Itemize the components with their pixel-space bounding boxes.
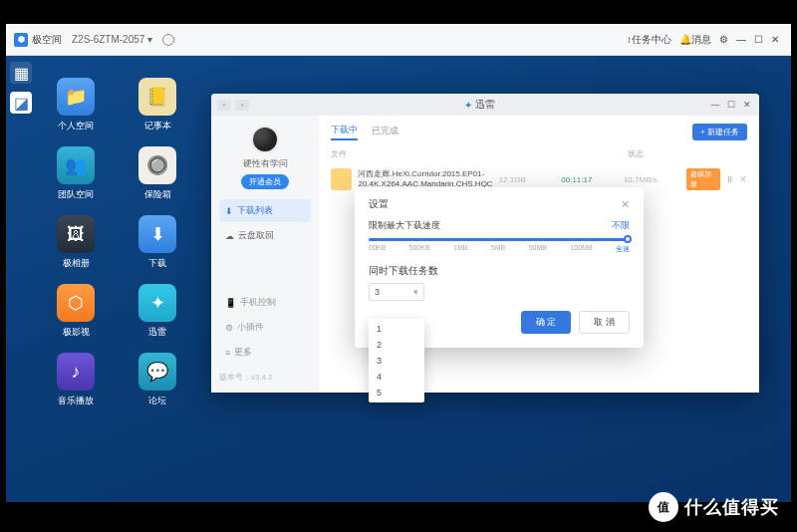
保险箱-icon: 🔘	[138, 146, 176, 184]
cancel-button[interactable]: 取 消	[579, 311, 630, 334]
sidebar-item-more[interactable]: ≡更多	[219, 341, 311, 364]
desktop-grid: 📁个人空间📒记事本👥团队空间🔘保险箱🖼极相册⬇下载⬡极影视✦迅雷♪音乐播放💬论坛	[44, 78, 189, 407]
messages-link[interactable]: 🔔 消息	[679, 33, 711, 47]
tab-downloading[interactable]: 下载中	[331, 124, 358, 140]
icon-label: 极相册	[63, 257, 90, 270]
dropdown-option[interactable]: 4	[369, 369, 424, 385]
os-left-rail: ▦ ◪	[6, 56, 36, 114]
rail-apps-icon[interactable]: ▦	[10, 62, 32, 84]
os-taskbar: ⬢ 极空间 Z2S-6ZTM-2057 ▾ ↕ 任务中心 🔔 消息 ⚙ — ☐ …	[6, 24, 791, 56]
window-close-icon[interactable]: ✕	[741, 99, 753, 111]
accel-chip[interactable]: 超级加速	[686, 168, 721, 190]
window-titlebar: ‹ › ✦ 迅雷 — ☐ ✕	[211, 94, 759, 116]
slider-tick: 50MB	[529, 244, 547, 254]
tab-completed[interactable]: 已完成	[372, 125, 398, 139]
sidebar-item-mobile[interactable]: 📱手机控制	[219, 291, 311, 314]
column-status: 状态	[628, 148, 747, 159]
个人空间-icon: 📁	[57, 78, 95, 116]
open-vip-button[interactable]: 开通会员	[241, 174, 289, 189]
icon-label: 下载	[148, 257, 166, 270]
file-name: 河西走廊.HeXi.Corridor.2015.EP01-20.4K.X264.…	[358, 169, 492, 188]
plugin-icon: ⚙	[225, 323, 233, 333]
desktop-icon-9[interactable]: 💬论坛	[126, 353, 189, 407]
icon-label: 个人空间	[58, 120, 94, 133]
desktop-icon-0[interactable]: 📁个人空间	[44, 78, 108, 133]
sidebar-item-plugins[interactable]: ⚙小插件	[219, 316, 311, 339]
column-file: 文件	[331, 148, 628, 159]
confirm-button[interactable]: 确 定	[521, 311, 572, 334]
task-count-select[interactable]: 3 ▾	[369, 283, 424, 301]
desktop-icon-5[interactable]: ⬇下载	[126, 215, 189, 270]
slider-thumb[interactable]	[624, 235, 632, 243]
avatar[interactable]	[251, 126, 279, 153]
window-minimize-icon[interactable]: —	[709, 99, 721, 111]
记事本-icon: 📒	[138, 78, 176, 116]
团队空间-icon: 👥	[57, 146, 95, 184]
modal-title: 设置	[369, 197, 389, 211]
slider-tick: 全速	[616, 244, 630, 254]
desktop-icon-6[interactable]: ⬡极影视	[44, 284, 108, 339]
icon-label: 记事本	[144, 120, 171, 133]
sidebar-item-downloads[interactable]: ⬇下载列表	[219, 199, 311, 222]
音乐播放-icon: ♪	[57, 353, 95, 391]
slider-tick: 100MB	[570, 244, 592, 254]
username: 硬性有学问	[243, 157, 288, 170]
minimize-icon[interactable]: —	[736, 34, 746, 45]
modal-close-icon[interactable]: ✕	[621, 198, 630, 211]
迅雷-icon: ✦	[138, 284, 176, 322]
chevron-down-icon: ▾	[413, 287, 418, 297]
nav-forward-icon[interactable]: ›	[235, 100, 249, 111]
speed-limit-label: 限制最大下载速度	[369, 219, 440, 232]
download-list-icon: ⬇	[225, 206, 233, 216]
file-size: 12.1GB	[499, 175, 556, 184]
desktop-icon-2[interactable]: 👥团队空间	[44, 146, 108, 201]
close-icon[interactable]: ✕	[771, 34, 779, 45]
settings-icon[interactable]: ⚙	[719, 34, 728, 45]
watermark: 值 什么值得买	[649, 492, 779, 522]
task-count-dropdown: 12345	[369, 319, 424, 402]
window-title: 迅雷	[475, 98, 495, 112]
file-time: 00:11:17	[561, 175, 618, 184]
论坛-icon: 💬	[138, 353, 176, 391]
dropdown-option[interactable]: 3	[369, 353, 424, 369]
desktop-icon-4[interactable]: 🖼极相册	[44, 215, 108, 270]
watermark-badge: 值	[649, 492, 678, 522]
dropdown-option[interactable]: 2	[369, 337, 424, 353]
row-close-icon[interactable]: ✕	[739, 174, 747, 184]
icon-label: 论坛	[148, 395, 166, 407]
dropdown-option[interactable]: 1	[369, 321, 424, 337]
cloud-icon: ☁	[225, 231, 234, 241]
phone-icon: 📱	[225, 298, 236, 308]
globe-icon[interactable]	[162, 34, 174, 46]
speed-slider[interactable]: 60KB500KB1MB5MB50MB100MB全速	[369, 238, 630, 254]
version-text: 版本号：v3.4.2	[219, 372, 311, 383]
pause-icon[interactable]: ⏸	[725, 174, 734, 184]
nav-back-icon[interactable]: ‹	[217, 100, 231, 111]
icon-label: 音乐播放	[58, 395, 94, 407]
window-maximize-icon[interactable]: ☐	[725, 99, 737, 111]
slider-tick: 60KB	[369, 244, 386, 254]
desktop-icon-7[interactable]: ✦迅雷	[126, 284, 189, 339]
icon-label: 极影视	[63, 326, 90, 339]
task-count-label: 同时下载任务数	[369, 264, 630, 278]
new-task-button[interactable]: + 新建任务	[692, 124, 747, 140]
task-center-link[interactable]: ↕ 任务中心	[627, 33, 671, 47]
maximize-icon[interactable]: ☐	[754, 34, 763, 45]
speed-limit-value: 不限	[612, 219, 630, 232]
slider-tick: 1MB	[453, 244, 467, 254]
desktop-icon-1[interactable]: 📒记事本	[126, 78, 189, 133]
desktop-icon-3[interactable]: 🔘保险箱	[126, 146, 189, 201]
desktop-icon-8[interactable]: ♪音乐播放	[44, 353, 108, 407]
app-sidebar: 硬性有学问 开通会员 ⬇下载列表 ☁云盘取回 📱手机控制 ⚙小插件 ≡更多 版本…	[211, 116, 319, 393]
icon-label: 团队空间	[58, 188, 94, 201]
watermark-text: 什么值得买	[684, 495, 779, 519]
sidebar-item-cloud[interactable]: ☁云盘取回	[219, 224, 311, 247]
下载-icon: ⬇	[138, 215, 176, 253]
brand-logo-icon: ⬢	[14, 33, 28, 47]
file-speed: 10.7MB/s	[624, 175, 680, 184]
slider-tick: 500KB	[409, 244, 430, 254]
dropdown-option[interactable]: 5	[369, 385, 424, 400]
rail-flag-icon[interactable]: ◪	[10, 92, 32, 114]
icon-label: 迅雷	[148, 326, 166, 339]
device-selector[interactable]: Z2S-6ZTM-2057 ▾	[72, 34, 152, 45]
